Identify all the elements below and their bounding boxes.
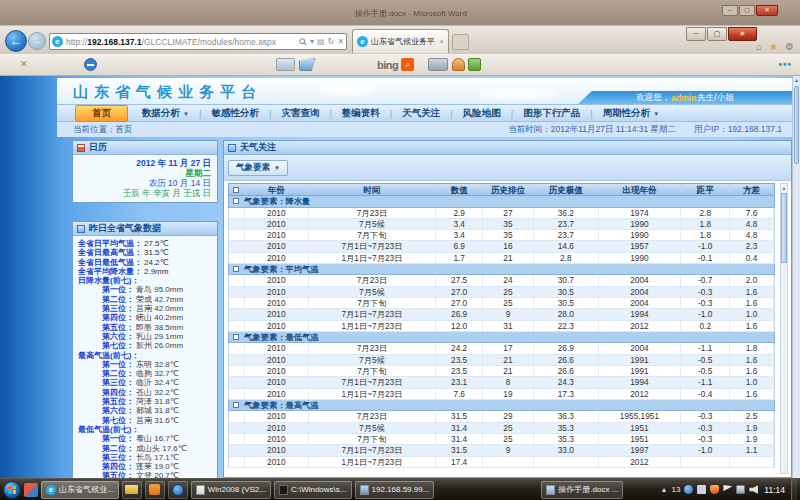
orange-app-icon[interactable]	[145, 481, 165, 499]
bg-close-button[interactable]: ✕	[756, 5, 778, 16]
page-scrollbar[interactable]: ▲	[792, 76, 800, 478]
nav-item-1[interactable]: 数据分析▼	[134, 106, 197, 121]
ime-tray-icon[interactable]	[697, 485, 706, 494]
table-row[interactable]: 20107月5候27.02530.52004-0.31.6	[228, 287, 775, 298]
nav-item-6[interactable]: 风险地图	[455, 106, 509, 121]
search-icon[interactable]	[299, 38, 307, 46]
media-player-icon[interactable]	[168, 481, 188, 499]
bg-minimize-button[interactable]: ─	[722, 5, 738, 16]
select-all-checkbox[interactable]	[233, 187, 239, 193]
mail-toolbar-icon[interactable]	[276, 58, 295, 71]
table-row[interactable]: 20107月1日~7月23日23.1824.31994-1.11.0	[228, 377, 775, 388]
disp-tray-icon[interactable]	[736, 485, 745, 494]
taskbar-window-button[interactable]: Win2008 (VS2...	[191, 481, 271, 499]
vol-tray-icon[interactable]	[749, 485, 758, 494]
flag-tray-icon[interactable]	[723, 485, 732, 494]
table-row[interactable]: 20101月1日~7月23日1.7212.81990-0.10.4	[228, 253, 775, 264]
rank-label: 第一位：	[78, 285, 134, 294]
tab-close-icon[interactable]: ×	[439, 37, 444, 46]
home-icon[interactable]: ⌂	[756, 41, 762, 52]
table-row[interactable]: 20107月1日~7月23日6.91614.61957-1.02.3	[228, 241, 775, 252]
minimize-button[interactable]: ─	[686, 27, 706, 41]
table-row[interactable]: 20107月下旬23.52126.61991-0.51.6	[228, 366, 775, 377]
nav-item-7[interactable]: 图形下行产品	[515, 106, 588, 121]
select-all-cell[interactable]	[229, 184, 245, 195]
group-header-row[interactable]: 气象要素：降水量	[228, 196, 775, 208]
address-bar[interactable]: e http://192.168.137.1/GLCCLIMATE/module…	[49, 33, 347, 50]
nav-item-4[interactable]: 整编资料	[334, 106, 388, 121]
table-row[interactable]: 20107月1日~7月23日26.9928.01994-1.01.0	[228, 309, 775, 320]
stop-icon[interactable]: ✕	[337, 37, 344, 46]
forward-button[interactable]: →	[28, 32, 46, 50]
taskbar-window-button[interactable]: C:\Windows\s...	[274, 481, 352, 499]
blocked-content-icon[interactable]	[84, 58, 97, 71]
table-row[interactable]: 20107月23日24.21726.92004-1.11.8	[228, 343, 775, 354]
group-header-row[interactable]: 气象要素：最低气温	[228, 332, 775, 344]
more-toolbar-icon[interactable]: •••	[778, 59, 792, 70]
up-tray-icon[interactable]: ▲	[661, 485, 668, 494]
nav-item-5[interactable]: 天气关注	[394, 106, 448, 121]
taskbar-clock[interactable]: 11:14	[764, 485, 785, 495]
nav-item-0[interactable]: 首页	[75, 105, 128, 122]
background-window-title: 操作手册.docx - Microsoft Word	[355, 8, 467, 19]
nav-item-3[interactable]: 灾害查询	[273, 106, 327, 121]
group-header-row[interactable]: 气象要素：平均气温	[228, 264, 775, 276]
net-tray-icon[interactable]	[684, 485, 693, 494]
table-row[interactable]: 20107月1日~7月23日31.5933.01997-1.01.1	[228, 445, 775, 456]
bg-maximize-button[interactable]: ▢	[739, 5, 755, 16]
compat-page-icon[interactable]: ▤	[317, 37, 325, 46]
toolbar-close-icon[interactable]: ✕	[20, 59, 28, 69]
camera-toolbar-icon[interactable]	[428, 58, 448, 71]
table-row[interactable]: 20107月5候23.52126.61991-0.51.6	[228, 355, 775, 366]
table-row[interactable]: 20101月1日~7月23日17.42012	[228, 457, 775, 468]
browser-tab[interactable]: e 山东省气候业务平... ×	[352, 29, 449, 53]
scroll-up-icon[interactable]: ▲	[793, 76, 800, 85]
new-tab-button[interactable]	[452, 34, 469, 50]
close-button[interactable]: ✕	[728, 27, 757, 41]
table-row[interactable]: 20107月23日2.92736.219742.87.6	[228, 208, 775, 219]
person-toolbar-icon[interactable]	[452, 58, 465, 71]
taskbar-window-button[interactable]: 操作手册.docx ...	[541, 481, 623, 499]
element-dropdown-button[interactable]: 气象要素 ▼	[228, 160, 288, 176]
table-row[interactable]: 20107月下旬31.42535.31951-0.31.9	[228, 434, 775, 445]
scroll-up-icon[interactable]: ▲	[781, 184, 787, 192]
group-header-row[interactable]: 气象要素：最高气温	[228, 400, 775, 412]
start-button[interactable]	[3, 481, 21, 499]
scrollbar-thumb[interactable]	[781, 193, 787, 263]
badge-tray-icon[interactable]: 13	[671, 485, 680, 494]
refresh-icon[interactable]: ↻	[328, 37, 335, 46]
group-checkbox[interactable]	[233, 266, 239, 272]
explorer-folder-icon[interactable]	[122, 481, 142, 499]
table-row[interactable]: 20101月1日~7月23日12.03122.320120.21.6	[228, 321, 775, 332]
table-row[interactable]: 20107月下旬3.43523.719901.84.8	[228, 230, 775, 241]
send-toolbar-icon[interactable]	[299, 58, 316, 71]
show-desktop-button[interactable]	[791, 479, 797, 500]
table-scrollbar[interactable]: ▲	[780, 183, 788, 474]
nav-item-2[interactable]: 敏感性分析	[203, 106, 267, 121]
table-row[interactable]: 20107月5候31.42535.31951-0.31.9	[228, 423, 775, 434]
nav-item-8[interactable]: 周期性分析▼	[595, 106, 667, 121]
url-text[interactable]: http://192.168.137.1/GLCCLIMATE/modules/…	[66, 37, 276, 47]
addon-toolbar-icon[interactable]	[468, 58, 481, 71]
bing-search-icon[interactable]: ⌕	[401, 58, 414, 71]
av-tray-icon[interactable]	[710, 485, 719, 494]
table-row[interactable]: 20101月1日~7月23日7.61917.32012-0.41.6	[228, 389, 775, 400]
back-button[interactable]: ←	[5, 30, 27, 52]
table-row[interactable]: 20107月23日27.52430.72004-0.72.0	[228, 275, 775, 286]
group-checkbox[interactable]	[233, 198, 239, 204]
table-row[interactable]: 20107月5候3.43523.719901.84.8	[228, 219, 775, 230]
group-checkbox[interactable]	[233, 334, 239, 340]
maximize-button[interactable]: ▢	[707, 27, 727, 41]
autocomplete-arrow-icon[interactable]: ▾	[310, 37, 314, 46]
taskbar-ie-button[interactable]: e 山东省气候业...	[41, 481, 119, 499]
scrollbar-thumb[interactable]	[794, 86, 799, 164]
group-checkbox[interactable]	[233, 402, 239, 408]
bing-logo[interactable]: bing ⌕	[377, 58, 414, 71]
pinned-app-icon[interactable]	[24, 483, 38, 497]
table-row[interactable]: 20107月23日31.52936.31955,1951-0.32.5	[228, 411, 775, 422]
favorites-star-icon[interactable]: ★	[769, 41, 778, 52]
tools-gear-icon[interactable]: ⚙	[785, 41, 794, 52]
table-row[interactable]: 20107月下旬27.02530.52004-0.31.6	[228, 298, 775, 309]
tab-title[interactable]: 山东省气候业务平...	[371, 36, 436, 47]
taskbar-window-button[interactable]: 192.168.59.99...	[355, 481, 435, 499]
